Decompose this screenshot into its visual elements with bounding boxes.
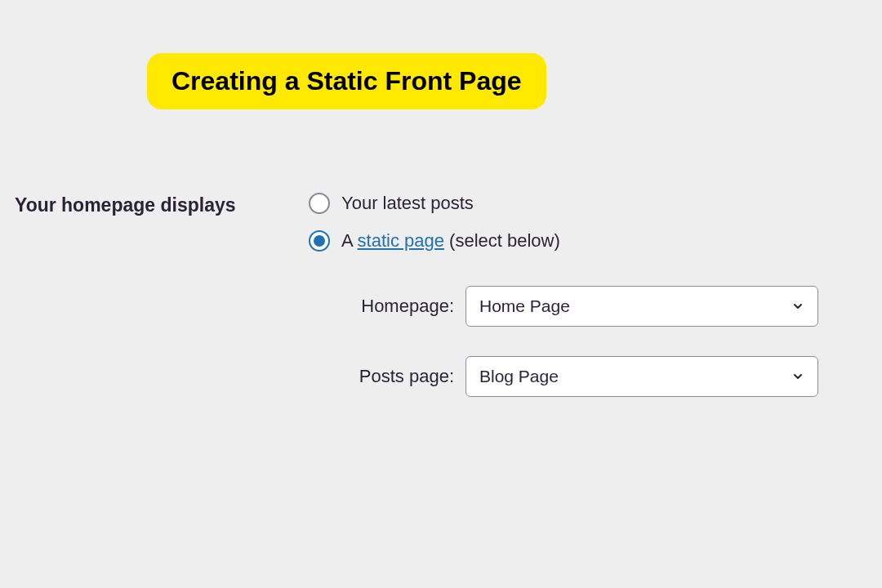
chevron-down-icon: [791, 300, 804, 313]
page-title-badge: Creating a Static Front Page: [147, 53, 546, 109]
radio-option-static-page[interactable]: A static page (select below): [309, 230, 867, 252]
radio-icon-selected: [309, 230, 330, 252]
radio-suffix: (select below): [444, 230, 560, 251]
homepage-settings: Your homepage displays Your latest posts…: [15, 193, 867, 426]
radio-option-latest-posts[interactable]: Your latest posts: [309, 193, 867, 214]
radio-prefix: A: [341, 230, 358, 251]
homepage-select-value: Home Page: [479, 296, 570, 316]
static-page-link[interactable]: static page: [358, 230, 444, 251]
radio-label: Your latest posts: [341, 193, 474, 214]
homepage-select-label: Homepage:: [309, 296, 466, 317]
homepage-select[interactable]: Home Page: [466, 286, 818, 327]
posts-page-select[interactable]: Blog Page: [466, 356, 818, 397]
posts-page-select-value: Blog Page: [479, 367, 559, 386]
radio-icon: [309, 193, 330, 214]
chevron-down-icon: [791, 370, 804, 383]
posts-page-select-label: Posts page:: [309, 366, 466, 387]
section-label: Your homepage displays: [15, 193, 309, 216]
radio-label: A static page (select below): [341, 230, 560, 252]
